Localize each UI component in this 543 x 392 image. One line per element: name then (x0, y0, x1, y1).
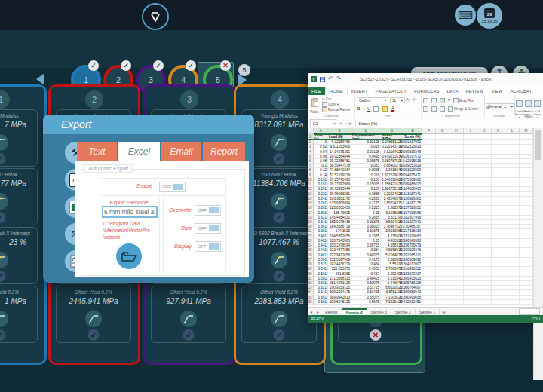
tab-email[interactable]: Email (161, 142, 201, 161)
cell[interactable] (422, 134, 436, 140)
column-header-L[interactable]: L (505, 128, 520, 134)
prev-sample-arrow[interactable] (36, 73, 44, 85)
bold-button[interactable]: B (357, 106, 360, 111)
cell[interactable] (449, 300, 464, 305)
cell[interactable]: 0.5675 (351, 300, 381, 305)
align-middle-icon[interactable] (431, 98, 437, 103)
ribbon-tab-formulas[interactable]: FORMULAS (410, 87, 443, 95)
save-icon[interactable] (320, 77, 325, 82)
tab-report[interactable]: Report (203, 142, 245, 161)
paste-icon[interactable] (311, 98, 318, 107)
calendar-clock-button[interactable]: 29 15:19:35 (477, 3, 502, 29)
cell[interactable] (464, 134, 477, 140)
increase-decimal-icon[interactable]: ⁺·⁰ (495, 106, 500, 110)
cell[interactable]: 0.402912451 (403, 300, 422, 305)
header-cell[interactable]: Load (N) (328, 134, 351, 140)
sheet-tab-sample-2[interactable]: Sample 2 (391, 309, 416, 315)
cell[interactable] (477, 134, 492, 140)
cancel-entry-icon[interactable]: ✕ (339, 121, 343, 126)
cell[interactable] (492, 134, 505, 140)
formula-bar-value[interactable]: Strain (%) (355, 120, 543, 127)
ribbon-tab-view[interactable]: VIEW (487, 87, 506, 95)
font-name-select[interactable]: Calibri▾ (357, 97, 388, 103)
format-painter-button[interactable]: Format Painter (322, 107, 351, 112)
cell[interactable] (477, 300, 492, 305)
vertical-scrollbar[interactable] (533, 128, 543, 380)
break-chart-icon[interactable] (271, 193, 287, 210)
cell[interactable] (505, 300, 520, 305)
sheet-next-icon[interactable]: ► (316, 310, 320, 314)
name-box[interactable]: E1▾ (310, 119, 336, 127)
column-header-G[interactable]: G (436, 128, 449, 134)
yield-chart-icon[interactable] (85, 311, 102, 327)
yield-chart-icon[interactable] (271, 311, 287, 327)
yield-chart-icon[interactable] (180, 311, 197, 327)
sheet-tab-sample-3[interactable]: Sample 3 (367, 309, 391, 315)
cell[interactable] (464, 300, 477, 305)
enable-toggle[interactable]: OFF (159, 182, 186, 192)
tab-excel[interactable]: Excel (118, 142, 160, 161)
underline-button[interactable]: U (367, 106, 370, 111)
ribbon-tab-review[interactable]: REVIEW (462, 87, 488, 95)
column-header-I[interactable]: I (464, 128, 477, 134)
align-right-icon[interactable] (440, 106, 445, 112)
ribbon-tab-page-layout[interactable]: PAGE LAYOUT (372, 87, 410, 95)
merge-center-button[interactable]: Merge & Center ▾ (448, 106, 480, 112)
cell[interactable] (505, 134, 520, 140)
font-size-select[interactable]: 11▾ (390, 97, 405, 103)
overwrite-toggle[interactable]: OFF (195, 205, 221, 216)
cell[interactable] (492, 300, 505, 305)
cell[interactable] (436, 300, 449, 305)
raw-toggle[interactable]: OFF (195, 223, 221, 234)
add-sheet-icon[interactable]: ⊕ (442, 309, 446, 314)
sheet-prev-icon[interactable]: ◄ (309, 310, 313, 314)
result-card-1[interactable]: 1Young's Modulus7 MPa✓ISO 6892 Break77 M… (0, 84, 47, 365)
column-header-H[interactable]: H (449, 128, 464, 134)
confirm-entry-icon[interactable]: ✓ (344, 121, 348, 126)
decrease-decimal-icon[interactable]: ·⁰⁰ (502, 106, 507, 110)
insert-function-icon[interactable]: fx (348, 121, 351, 126)
cell[interactable]: 0.681 (314, 300, 328, 305)
sheet-tab-sample-1[interactable]: Sample 1 (416, 309, 440, 315)
column-header-B[interactable]: B (328, 128, 351, 134)
ribbon-tab-acrobat[interactable]: ACROBAT (507, 87, 536, 95)
header-cell[interactable]: Strain (%) (403, 134, 422, 140)
ribbon-tab-data[interactable]: DATA (443, 87, 462, 95)
header-cell[interactable]: Time (s) (314, 134, 328, 140)
browse-folder-button[interactable] (116, 243, 142, 269)
column-header-K[interactable]: K (492, 128, 505, 134)
cell[interactable] (449, 134, 464, 140)
cell[interactable] (520, 300, 533, 305)
align-bottom-icon[interactable] (440, 98, 445, 103)
percent-style-icon[interactable]: % (486, 106, 489, 110)
column-header-M[interactable]: M (520, 128, 533, 134)
align-center-icon[interactable] (431, 106, 437, 112)
modulus-chart-icon[interactable] (271, 134, 287, 151)
column-header-J[interactable]: J (477, 128, 492, 134)
sheet-tab-sample-4[interactable]: Sample 4 (342, 308, 367, 316)
fill-color-icon[interactable] (382, 106, 388, 112)
sheet-tab-results[interactable]: Results (321, 309, 342, 315)
column-header-E[interactable]: E (403, 128, 422, 134)
display-toggle[interactable]: OFF (195, 241, 221, 252)
orientation-icon[interactable]: ⤧ (448, 98, 451, 103)
horizontal-scrollbar[interactable] (519, 308, 540, 315)
ribbon-tab-insert[interactable]: INSERT (348, 87, 372, 95)
shrink-font-button[interactable]: A˅ (413, 98, 417, 103)
grow-font-button[interactable]: A˄ (406, 98, 411, 103)
break-chart-icon[interactable] (0, 193, 8, 210)
header-cell[interactable]: Displacement (mm) (351, 134, 381, 140)
modulus-chart-icon[interactable] (0, 134, 8, 151)
italic-button[interactable]: I (363, 106, 364, 111)
keyboard-button[interactable]: ⌨ (455, 5, 476, 26)
ribbon-tab-home[interactable]: HOME (325, 87, 348, 95)
copy-button[interactable]: Copy ▾ (322, 102, 351, 107)
font-color-icon[interactable]: A (391, 106, 394, 112)
tab-text[interactable]: Text (77, 142, 117, 161)
cell[interactable] (436, 134, 449, 140)
redo-icon[interactable]: ↷ (336, 76, 342, 82)
wrap-text-button[interactable]: Wrap Text (453, 98, 474, 103)
comma-style-icon[interactable]: , (492, 106, 492, 110)
row-header-1[interactable]: 1 (308, 134, 314, 140)
borders-icon[interactable] (373, 106, 379, 112)
